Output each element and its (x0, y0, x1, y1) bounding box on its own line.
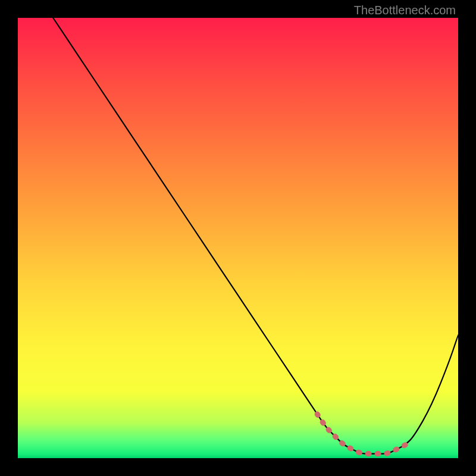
bottleneck-curve (53, 18, 458, 454)
chart-container: TheBottleneck.com (0, 0, 476, 476)
plot-area (18, 18, 458, 458)
chart-svg (18, 18, 458, 458)
attribution-text: TheBottleneck.com (354, 4, 456, 17)
optimal-range-dotted (317, 414, 405, 454)
